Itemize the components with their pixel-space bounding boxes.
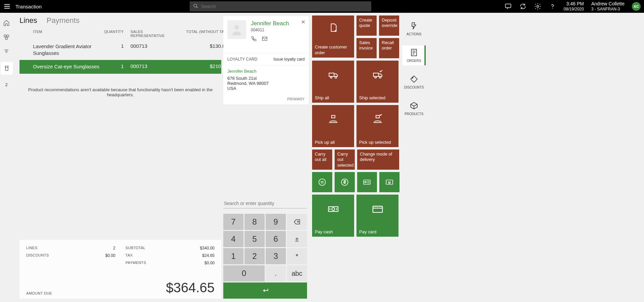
phone-icon[interactable] bbox=[251, 36, 257, 43]
equals-tile[interactable] bbox=[312, 172, 332, 192]
keypad-6[interactable]: 6 bbox=[266, 231, 286, 247]
sales-invoice-tile[interactable]: Sales invoice bbox=[356, 38, 377, 58]
keypad-enter[interactable] bbox=[223, 282, 307, 299]
svg-point-2 bbox=[537, 5, 539, 7]
list-icon[interactable] bbox=[3, 48, 10, 55]
email-icon[interactable] bbox=[262, 36, 268, 43]
pay-cash-tile[interactable]: Pay cash bbox=[312, 195, 354, 237]
user-avatar[interactable]: AC bbox=[632, 2, 641, 11]
quantity-input[interactable] bbox=[223, 199, 307, 208]
hamburger-menu-icon[interactable] bbox=[3, 3, 11, 10]
gift-card-tile[interactable] bbox=[379, 172, 400, 192]
issue-loyalty-link[interactable]: Issue loyalty card bbox=[273, 57, 305, 62]
svg-point-20 bbox=[365, 181, 366, 183]
search-input[interactable] bbox=[201, 4, 368, 9]
clock-time: 3:46 PM bbox=[564, 1, 584, 7]
keypad-decimal[interactable]: . bbox=[266, 265, 286, 281]
keypad-7[interactable]: 7 bbox=[223, 214, 243, 230]
cash-icon bbox=[328, 203, 339, 216]
keypad-abc[interactable]: abc bbox=[287, 265, 307, 281]
svg-point-7 bbox=[234, 25, 239, 30]
create-quote-tile[interactable]: Create quote bbox=[356, 15, 377, 36]
line-item-rep: 000713 bbox=[124, 43, 164, 49]
keypad-5[interactable]: 5 bbox=[244, 231, 265, 247]
svg-point-14 bbox=[379, 76, 381, 78]
address-primary-badge: PRIMARY bbox=[227, 97, 305, 101]
lines-count-label: LINES bbox=[26, 246, 37, 250]
keypad-3[interactable]: 3 bbox=[266, 248, 286, 264]
line-item[interactable]: Oversize Cat-eye Sunglasses 1 000713 $21… bbox=[20, 60, 221, 74]
pay-card-tile[interactable]: Pay card bbox=[356, 195, 399, 237]
discounts-value: $0.00 bbox=[105, 253, 115, 258]
pick-up-all-tile[interactable]: Pick up all bbox=[312, 105, 354, 147]
card-id-tile[interactable] bbox=[357, 172, 377, 192]
main-content: Lines Payments ITEM QUANTITY SALES REPRE… bbox=[13, 13, 644, 302]
keypad-asterisk[interactable]: * bbox=[287, 248, 307, 264]
side-tab-products[interactable]: PRODUCTS bbox=[402, 99, 426, 119]
th-sales-rep: SALES REPRESENTATIVE bbox=[124, 30, 164, 38]
side-tab-discounts[interactable]: DISCOUNTS bbox=[402, 72, 426, 92]
side-tab-orders[interactable]: ORDERS bbox=[402, 45, 426, 65]
amount-due-value: $364.65 bbox=[166, 280, 215, 295]
side-tab-actions[interactable]: ACTIONS bbox=[402, 19, 426, 39]
cart-nav-item[interactable] bbox=[0, 62, 13, 75]
ship-all-tile[interactable]: Ship all bbox=[312, 61, 354, 103]
svg-rect-15 bbox=[332, 115, 335, 118]
svg-point-17 bbox=[319, 179, 326, 186]
numeric-keypad: 7 8 9 4 5 6 ± 1 2 3 * 0 . abc bbox=[223, 214, 309, 299]
customer-id: 004011 bbox=[251, 28, 289, 32]
customer-address-card[interactable]: Jennifer Beach 678 South 21st Redmond, W… bbox=[223, 65, 309, 104]
tab-payments[interactable]: Payments bbox=[47, 16, 80, 25]
currency-tile[interactable] bbox=[335, 172, 355, 192]
chat-icon[interactable] bbox=[504, 3, 512, 10]
close-icon[interactable]: ✕ bbox=[301, 19, 305, 25]
settings-icon[interactable] bbox=[534, 3, 541, 10]
user-info[interactable]: Andrew Collette 3 - SANFRAN-3 bbox=[591, 1, 624, 11]
customer-card[interactable]: ✕ Jennifer Beach 004011 bbox=[223, 16, 309, 53]
payments-value: $0.00 bbox=[204, 261, 215, 265]
carry-out-selected-tile[interactable]: Carry out selected bbox=[335, 149, 355, 170]
amount-due-label: AMOUNT DUE bbox=[26, 291, 52, 295]
line-item[interactable]: Lavender Gradient Aviator Sunglasses 1 0… bbox=[20, 40, 221, 60]
user-location: 3 - SANFRAN-3 bbox=[591, 7, 624, 11]
home-icon[interactable] bbox=[3, 20, 10, 26]
ship-selected-tile[interactable]: Ship selected bbox=[356, 61, 399, 103]
change-mode-delivery-tile[interactable]: Change mode of delivery bbox=[357, 149, 399, 170]
recall-order-tile[interactable]: Recall order bbox=[379, 38, 399, 58]
tab-lines[interactable]: Lines bbox=[20, 16, 37, 25]
global-search[interactable] bbox=[190, 1, 371, 11]
svg-point-6 bbox=[5, 37, 8, 40]
keypad-9[interactable]: 9 bbox=[266, 214, 286, 230]
keypad-0[interactable]: 0 bbox=[223, 265, 265, 281]
keypad-2[interactable]: 2 bbox=[244, 248, 265, 264]
carry-out-all-tile[interactable]: Carry out all bbox=[312, 149, 332, 170]
deposit-override-tile[interactable]: Deposit override bbox=[379, 15, 399, 36]
keypad-8[interactable]: 8 bbox=[244, 214, 265, 230]
lines-tabs: Lines Payments bbox=[20, 16, 221, 25]
lines-count-value: 2 bbox=[113, 246, 115, 250]
keypad-plusminus[interactable]: ± bbox=[287, 231, 307, 247]
truck-check-icon bbox=[373, 70, 383, 81]
svg-rect-1 bbox=[505, 4, 511, 8]
address-line3: USA bbox=[227, 86, 305, 91]
box-icon bbox=[410, 101, 418, 111]
svg-point-23 bbox=[332, 207, 335, 210]
keypad-4[interactable]: 4 bbox=[223, 231, 243, 247]
subtotal-value: $340.00 bbox=[200, 246, 215, 250]
refresh-icon[interactable] bbox=[519, 3, 527, 10]
th-total: TOTAL (WITHOUT TAX) bbox=[164, 30, 228, 38]
orders-icon bbox=[410, 48, 418, 58]
svg-rect-12 bbox=[373, 73, 378, 76]
keypad-1[interactable]: 1 bbox=[223, 248, 243, 264]
pick-up-selected-tile[interactable]: Pick up selected bbox=[356, 105, 399, 147]
document-add-icon bbox=[328, 23, 338, 34]
line-item-qty: 1 bbox=[100, 63, 124, 69]
create-customer-order-tile[interactable]: Create customer order bbox=[312, 15, 354, 58]
side-tab-panel: ACTIONS ORDERS DISCOUNTS PRODUCTS bbox=[402, 13, 426, 302]
svg-point-10 bbox=[330, 76, 332, 78]
catalog-icon[interactable] bbox=[3, 34, 10, 40]
svg-rect-9 bbox=[329, 73, 334, 76]
help-icon[interactable] bbox=[549, 3, 556, 10]
keypad-backspace[interactable] bbox=[287, 214, 307, 230]
datetime-display: 3:46 PM 08/19/2020 bbox=[564, 1, 584, 11]
